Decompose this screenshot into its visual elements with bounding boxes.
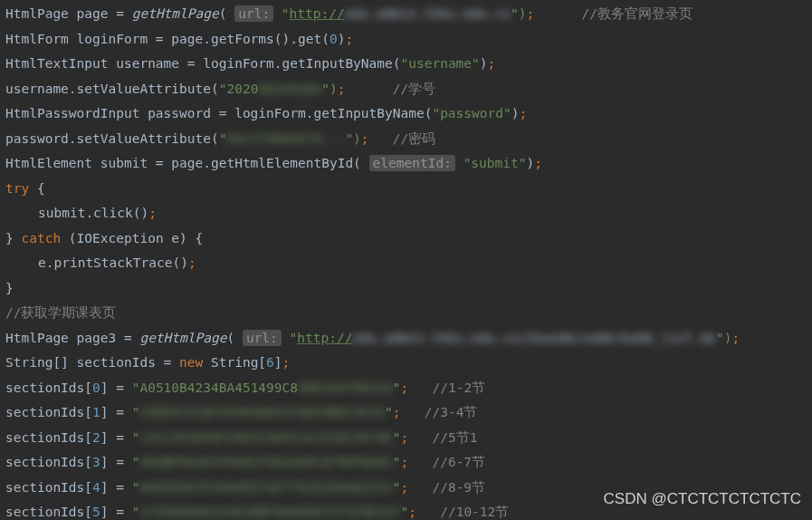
code-line: sectionIds[0] = "A0510B4234BA451499C800E…: [5, 376, 807, 401]
watermark: CSDN @CTCTCTCTCTCTC: [604, 486, 801, 512]
code-line: String[] sectionIds = new String[6];: [5, 351, 807, 376]
comment: //教务官网登录页: [582, 6, 693, 21]
comment: //学号: [393, 82, 435, 96]
code-line: HtmlPage page = getHtmlPage( url: "http:…: [5, 2, 807, 27]
code-line: sectionIds[2] = "13CC5FA094F34E519AFA1A1…: [5, 426, 807, 451]
code-line: HtmlPasswordInput password = loginForm.g…: [5, 101, 807, 127]
code-line: HtmlElement submit = page.getHtmlElement…: [5, 151, 807, 177]
param-hint: url:: [243, 330, 282, 346]
code-line: HtmlForm loginForm = page.getForms().get…: [5, 27, 807, 53]
code-line: e.printStackTrace();: [5, 251, 807, 276]
comment: //获取学期课表页: [5, 305, 116, 320]
comment: //8-9节: [432, 480, 485, 495]
param-hint: elementId:: [369, 155, 455, 171]
code-line: try {: [5, 177, 807, 202]
comment: //3-4节: [425, 405, 478, 419]
code-line: password.setValueAttribute("K9x779684470…: [5, 127, 807, 152]
code-line: sectionIds[1] = "CEEE5CA18F9546968247883…: [5, 400, 807, 426]
param-hint: url:: [234, 5, 273, 22]
code-line: //获取学期课表页: [5, 301, 807, 326]
code-line: submit.click();: [5, 201, 807, 226]
comment: //5节1: [432, 430, 477, 445]
code-line: HtmlPage page3 = getHtmlPage( url: "http…: [5, 326, 807, 351]
code-line: } catch (IOException e) {: [5, 226, 807, 252]
comment: //1-2节: [432, 380, 485, 395]
comment: //密码: [393, 131, 435, 146]
code-line: sectionIds[3] = "9E4BF60361F648CF982A89C…: [5, 450, 807, 476]
code-line: HtmlTextInput username = loginForm.getIn…: [5, 52, 807, 77]
comment: //10-12节: [440, 505, 509, 519]
code-block: HtmlPage page = getHtmlPage( url: "http:…: [5, 2, 807, 520]
comment: //6-7节: [432, 455, 485, 469]
code-line: }: [5, 276, 807, 302]
code-line: username.setValueAttribute("202088244384…: [5, 77, 807, 102]
